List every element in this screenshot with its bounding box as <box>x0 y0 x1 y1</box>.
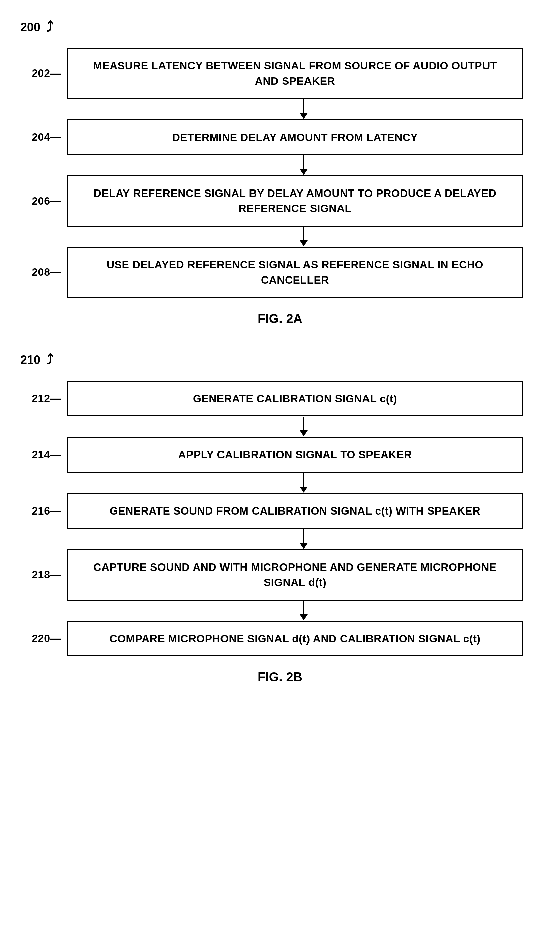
fig-2a-section: 200 ⤴ 202— MEASURE LATENCY BETWEEN SIGNA… <box>20 14 540 326</box>
step-212-label: 212— <box>20 392 61 405</box>
fig-2a-flow: 202— MEASURE LATENCY BETWEEN SIGNAL FROM… <box>20 48 540 298</box>
step-212-row: 212— GENERATE CALIBRATION SIGNAL c(t) <box>20 381 540 417</box>
arrow-down-7 <box>300 601 308 620</box>
step-204-box: DETERMINE DELAY AMOUNT FROM LATENCY <box>68 119 523 155</box>
step-220-row: 220— COMPARE MICROPHONE SIGNAL d(t) AND … <box>20 621 540 657</box>
step-202-label: 202— <box>20 67 61 80</box>
arrow-head-3 <box>300 240 308 246</box>
arrow-down-5 <box>300 473 308 492</box>
arrow-shaft-4 <box>303 417 305 430</box>
arrow-214-216 <box>20 473 540 493</box>
arrow-shaft-6 <box>303 529 305 543</box>
step-218-row: 218— CAPTURE SOUND AND WITH MICROPHONE A… <box>20 549 540 600</box>
step-208-box: USE DELAYED REFERENCE SIGNAL AS REFERENC… <box>68 247 523 298</box>
step-206-row: 206— DELAY REFERENCE SIGNAL BY DELAY AMO… <box>20 175 540 226</box>
fig-2a-label: FIG. 2A <box>20 312 540 326</box>
arrow-head-4 <box>300 430 308 436</box>
step-216-label: 216— <box>20 505 61 517</box>
fig-2b-header: 210 ⤴ <box>20 353 540 367</box>
fig-2a-bracket: ⤴ <box>42 20 53 34</box>
step-220-label: 220— <box>20 632 61 645</box>
step-214-label: 214— <box>20 448 61 461</box>
fig-2a-id: 200 <box>20 20 40 34</box>
arrow-shaft-3 <box>303 227 305 240</box>
arrow-shaft-5 <box>303 473 305 486</box>
fig-2b-bracket: ⤴ <box>42 353 53 367</box>
step-206-label: 206— <box>20 195 61 208</box>
step-216-box: GENERATE SOUND FROM CALIBRATION SIGNAL c… <box>68 493 523 529</box>
fig-2a-ref-number: 200 ⤴ <box>20 20 53 34</box>
arrow-head-1 <box>300 113 308 119</box>
arrow-down-1 <box>300 100 308 119</box>
arrow-down-6 <box>300 529 308 549</box>
arrow-204-206 <box>20 155 540 175</box>
step-208-row: 208— USE DELAYED REFERENCE SIGNAL AS REF… <box>20 247 540 298</box>
fig-2b-id: 210 <box>20 353 40 367</box>
arrow-down-2 <box>300 155 308 175</box>
arrow-216-218 <box>20 529 540 549</box>
arrow-shaft-2 <box>303 155 305 169</box>
arrow-212-214 <box>20 416 540 437</box>
step-204-label: 204— <box>20 131 61 143</box>
step-212-box: GENERATE CALIBRATION SIGNAL c(t) <box>68 381 523 417</box>
step-202-row: 202— MEASURE LATENCY BETWEEN SIGNAL FROM… <box>20 48 540 99</box>
step-216-row: 216— GENERATE SOUND FROM CALIBRATION SIG… <box>20 493 540 529</box>
fig-2b-label: FIG. 2B <box>20 670 540 685</box>
arrow-206-208 <box>20 226 540 247</box>
fig-2b-flow: 212— GENERATE CALIBRATION SIGNAL c(t) 21… <box>20 381 540 657</box>
step-206-box: DELAY REFERENCE SIGNAL BY DELAY AMOUNT T… <box>68 175 523 226</box>
arrow-down-4 <box>300 417 308 436</box>
fig-2a-header: 200 ⤴ <box>20 20 540 34</box>
step-218-box: CAPTURE SOUND AND WITH MICROPHONE AND GE… <box>68 549 523 600</box>
arrow-shaft-1 <box>303 100 305 113</box>
arrow-head-5 <box>300 486 308 492</box>
fig-2b-ref-number: 210 ⤴ <box>20 353 53 367</box>
step-208-label: 208— <box>20 266 61 279</box>
step-204-row: 204— DETERMINE DELAY AMOUNT FROM LATENCY <box>20 119 540 155</box>
arrow-head-7 <box>300 614 308 620</box>
fig-2b-section: 210 ⤴ 212— GENERATE CALIBRATION SIGNAL c… <box>20 346 540 685</box>
arrow-202-204 <box>20 99 540 119</box>
arrow-head-2 <box>300 169 308 175</box>
step-202-box: MEASURE LATENCY BETWEEN SIGNAL FROM SOUR… <box>68 48 523 99</box>
step-220-box: COMPARE MICROPHONE SIGNAL d(t) AND CALIB… <box>68 621 523 657</box>
arrow-shaft-7 <box>303 601 305 614</box>
step-214-row: 214— APPLY CALIBRATION SIGNAL TO SPEAKER <box>20 437 540 473</box>
step-218-label: 218— <box>20 568 61 581</box>
arrow-down-3 <box>300 227 308 246</box>
arrow-218-220 <box>20 600 540 621</box>
arrow-head-6 <box>300 543 308 549</box>
step-214-box: APPLY CALIBRATION SIGNAL TO SPEAKER <box>68 437 523 473</box>
